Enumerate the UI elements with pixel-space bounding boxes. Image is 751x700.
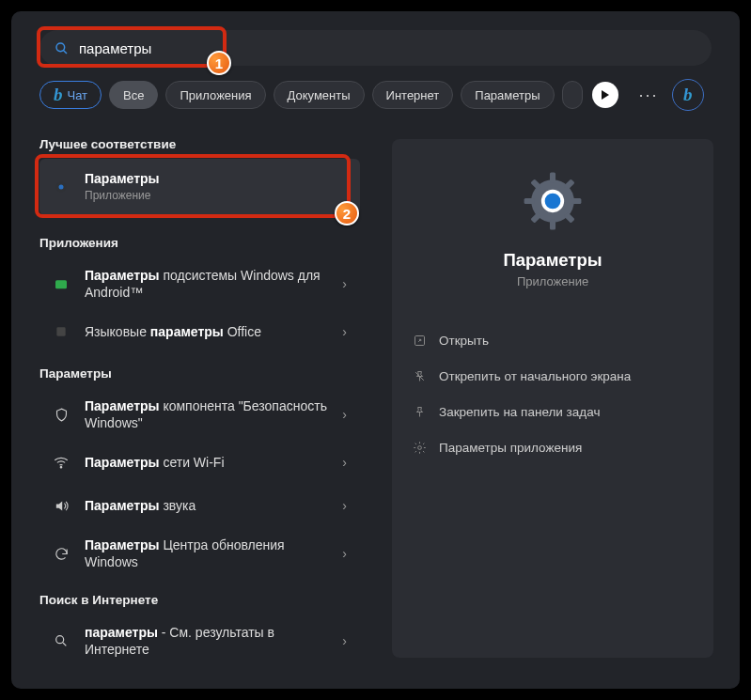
svg-rect-14 (524, 198, 535, 204)
detail-subtitle: Приложение (392, 274, 713, 288)
action-pin-label: Закрепить на панели задач (439, 405, 600, 419)
svg-point-21 (545, 194, 561, 210)
svg-rect-12 (550, 173, 555, 183)
action-open-label: Открыть (439, 334, 489, 348)
result-app-office-lang[interactable]: Языковые параметры Office › (39, 310, 360, 353)
search-bar[interactable]: 1 (39, 30, 712, 66)
results-left-pane: Лучшее соответствие Параметры Приложение… (11, 128, 364, 667)
settings-large-icon (517, 165, 588, 237)
filter-apps[interactable]: Приложения (165, 81, 265, 109)
action-pin-taskbar[interactable]: Закрепить на панели задач (405, 394, 700, 429)
chevron-right-icon: › (342, 498, 347, 513)
svg-rect-15 (571, 198, 582, 204)
svg-point-0 (56, 43, 65, 52)
svg-point-9 (56, 636, 64, 644)
svg-rect-6 (56, 327, 65, 335)
filter-all[interactable]: Все (109, 81, 158, 109)
android-icon (51, 273, 71, 294)
filter-web[interactable]: Интернет (372, 81, 454, 109)
chevron-right-icon: › (342, 633, 347, 648)
play-icon (601, 90, 610, 100)
result-web-search[interactable]: параметры - См. результаты в Интернете › (39, 614, 360, 667)
svg-point-7 (60, 467, 62, 469)
more-menu-button[interactable]: ··· (639, 86, 659, 105)
shield-icon (51, 404, 71, 425)
filter-docs[interactable]: Документы (274, 81, 365, 109)
result-app-wsa[interactable]: Параметры подсистемы Windows для Android… (39, 257, 360, 310)
chevron-right-icon: › (342, 324, 347, 339)
open-icon (411, 332, 428, 349)
bing-icon: b (54, 85, 63, 105)
chevron-right-icon: › (342, 276, 347, 291)
filter-chat-label: Чат (68, 88, 88, 102)
svg-rect-5 (55, 280, 67, 288)
section-settings: Параметры (39, 366, 360, 381)
annotation-badge-1: 1 (207, 51, 231, 75)
play-button[interactable] (592, 82, 618, 108)
result-setting-sound[interactable]: Параметры звука › (39, 484, 360, 527)
result-title: Параметры (85, 171, 160, 186)
action-unpin-start[interactable]: Открепить от начального экрана (405, 358, 700, 394)
pin-icon (411, 403, 428, 420)
chevron-right-icon: › (342, 546, 347, 561)
svg-marker-2 (602, 90, 609, 100)
svg-marker-8 (55, 501, 61, 510)
result-setting-security[interactable]: Параметры компонента "Безопасность Windo… (39, 388, 360, 441)
svg-line-1 (64, 51, 67, 54)
wifi-icon (51, 452, 71, 473)
office-icon (51, 321, 71, 342)
filter-chat[interactable]: b Чат (39, 81, 102, 109)
svg-rect-13 (550, 220, 555, 230)
search-icon (51, 630, 71, 651)
detail-card: Параметры Приложение Открыть Открепить о… (392, 139, 713, 658)
settings-icon (51, 177, 71, 197)
result-subtitle: Приложение (85, 189, 332, 204)
annotation-badge-2: 2 (335, 201, 359, 226)
filter-more-truncated[interactable] (562, 81, 583, 109)
chevron-right-icon: › (342, 455, 347, 470)
action-app-settings-label: Параметры приложения (439, 441, 582, 455)
action-unpin-label: Открепить от начального экрана (439, 369, 631, 383)
svg-point-26 (417, 445, 421, 449)
gear-icon (411, 439, 428, 456)
section-apps: Приложения (39, 236, 360, 250)
section-best-match: Лучшее соответствие (39, 137, 360, 151)
refresh-icon (51, 543, 71, 564)
bing-chat-button[interactable]: b (672, 79, 704, 111)
search-input[interactable] (79, 40, 698, 56)
chevron-right-icon: › (342, 407, 347, 422)
svg-point-4 (59, 185, 64, 190)
search-panel: 1 b Чат Все Приложения Документы Интерне… (11, 11, 740, 689)
detail-title: Параметры (392, 250, 713, 271)
svg-line-10 (63, 643, 66, 646)
section-web: Поиск в Интернете (39, 593, 360, 607)
unpin-icon (411, 367, 428, 384)
speaker-icon (51, 495, 71, 516)
bing-icon: b (683, 85, 693, 105)
filter-settings[interactable]: Параметры (461, 81, 554, 109)
result-setting-wifi[interactable]: Параметры сети Wi-Fi › (39, 441, 360, 484)
action-app-settings[interactable]: Параметры приложения (405, 429, 700, 465)
action-open[interactable]: Открыть (405, 322, 700, 358)
result-setting-update[interactable]: Параметры Центра обновления Windows › (39, 527, 360, 580)
search-icon (53, 39, 70, 56)
detail-pane: Параметры Приложение Открыть Открепить о… (364, 128, 740, 667)
filter-row: b Чат Все Приложения Документы Интернет … (39, 79, 712, 111)
result-best-match[interactable]: Параметры Приложение 2 (39, 159, 360, 215)
